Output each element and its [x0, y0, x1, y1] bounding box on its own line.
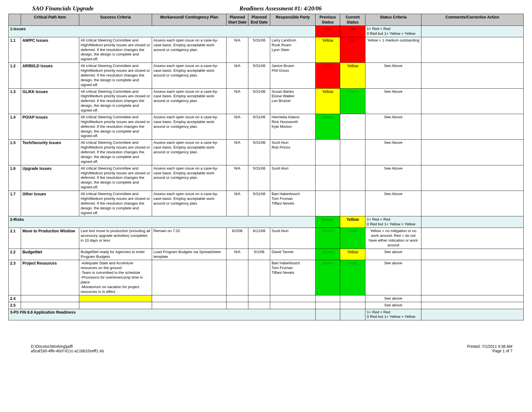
cell-resp	[270, 295, 316, 302]
cell-corrective	[421, 302, 524, 309]
cell-start: N/A	[227, 114, 248, 139]
cell-id: 2.5	[9, 302, 21, 309]
cell-resp: Janice Brown Phil Gross	[270, 63, 316, 88]
column-header-row: Critical Path Item Success Criteria Work…	[9, 14, 524, 26]
cell-start: N/A	[227, 63, 248, 88]
cell-resp: Sunil Aluri Rob Prinzo	[270, 140, 316, 165]
table-row: 1.4PO/AP IssuesAll critical Steering Com…	[9, 114, 524, 139]
section-corrective	[421, 216, 524, 228]
cell-resp	[270, 302, 316, 309]
col-start: Planned Start Date	[227, 14, 248, 26]
cell-prev-status: Green	[316, 260, 340, 295]
cell-item: BudgetNet	[21, 249, 79, 260]
cell-plan: Assess each open issue on a case-by-case…	[152, 88, 227, 114]
cell-start: N/A	[227, 249, 248, 260]
doc-title-left: SAO Financials Upgrade	[8, 5, 239, 12]
col-stat: Status Criteria	[365, 14, 421, 26]
cell-end: 5/31/06	[248, 165, 270, 191]
section-cur-status: Yellow	[340, 216, 365, 228]
cell-item: Tech/Security Issues	[21, 140, 79, 165]
page-footer: D:\Docstoc\Working\pdf\ a5caf1b0-4ffe-40…	[8, 344, 524, 353]
cell-resp: David Tanner	[270, 249, 316, 260]
cell-corrective	[421, 228, 524, 249]
cell-item: AR/BI/LD Issues	[21, 63, 79, 88]
cell-cur-status: Green	[340, 88, 365, 114]
cell-cur-status: Yellow	[340, 63, 365, 88]
cell-id: 1.6	[9, 165, 21, 191]
cell-cur-status	[340, 140, 365, 165]
cell-prev-status: Yellow	[316, 88, 340, 114]
cell-end: 5/31/06	[248, 191, 270, 216]
cell-id: 2.3	[9, 260, 21, 295]
cell-status-criteria: See Above	[365, 63, 421, 88]
footer-path: D:\Docstoc\Working\pdf\	[31, 344, 467, 349]
section-status-criteria: 1+ Red = Red 0 Red but 1+ Yellow = Yello…	[365, 309, 421, 320]
table-row: 1.7Other IssuesAll critical Steering Com…	[9, 191, 524, 216]
col-item: Critical Path Item	[21, 14, 79, 26]
page-header: SAO Financials Upgrade Readiness Assessm…	[8, 5, 524, 12]
cell-id: 1.1	[9, 37, 21, 63]
section-row: 1-IssuesRedRed1+ Red = Red 0 Red but 1+ …	[9, 26, 524, 37]
cell-plan: Assess each open issue on a case-by-case…	[152, 191, 227, 216]
cell-corrective	[421, 295, 524, 302]
cell-status-criteria: See above	[365, 260, 421, 295]
cell-start: 6/2/06	[227, 228, 248, 249]
cell-item: Project Resources	[21, 260, 79, 295]
cell-success: All critical Steering Committee and High…	[79, 63, 152, 88]
section-status-criteria: 1+ Red = Red 0 Red but 1+ Yellow = Yello…	[365, 216, 421, 228]
section-prev-status: Green	[316, 216, 340, 228]
cell-corrective	[421, 37, 524, 63]
cell-status-criteria: See above	[365, 249, 421, 260]
cell-item: Move to Production Window	[21, 228, 79, 249]
cell-corrective	[421, 140, 524, 165]
doc-title-right: Readiness Assessment #1: 4/20/06	[239, 5, 524, 12]
table-row: 1.5Tech/Security IssuesAll critical Stee…	[9, 140, 524, 165]
cell-status-criteria: Yellow = no mitigation or no work around…	[365, 228, 421, 249]
section-prev-status	[316, 309, 340, 320]
cell-resp: Bart Haberbosch Tom Fruman Tiffani Nevel…	[270, 260, 316, 295]
cell-prev-status: Green	[316, 114, 340, 139]
cell-plan: Assess each open issue on a case-by-case…	[152, 165, 227, 191]
col-id	[9, 14, 21, 26]
cell-plan	[152, 260, 227, 295]
footer-file: a5caf1b0-4ffe-40cf-911c-a11bb10ceff1.xls	[31, 349, 467, 353]
section-cur-status: Red	[340, 26, 365, 37]
table-row: 1.1AM/PC IssuesAll critical Steering Com…	[9, 37, 524, 63]
table-row: 2.4See above	[9, 295, 524, 302]
cell-start	[227, 302, 248, 309]
cell-status-criteria: See Above	[365, 114, 421, 139]
cell-prev-status	[316, 302, 340, 309]
cell-plan: Assess each open issue on a case-by-case…	[152, 140, 227, 165]
cell-plan: Assess each open issue on a case-by-case…	[152, 63, 227, 88]
cell-item: Upgrade Issues	[21, 165, 79, 191]
section-row: 3-PS FIN 8.8 Application Readiness1+ Red…	[9, 309, 524, 320]
cell-cur-status: Yellow	[340, 249, 365, 260]
section-label: 2-Risks	[9, 216, 316, 228]
section-status-criteria: 1+ Red = Red 0 Red but 1+ Yellow = Yello…	[365, 26, 421, 37]
cell-success: Last test move to production (including …	[79, 228, 152, 249]
section-row: 2-RisksGreenYellow1+ Red = Red 0 Red but…	[9, 216, 524, 228]
cell-start: N/A	[227, 88, 248, 114]
cell-end	[248, 302, 270, 309]
cell-cur-status: Green	[340, 260, 365, 295]
cell-success: All critical Steering Committee and High…	[79, 165, 152, 191]
cell-success: All critical Steering Committee and High…	[79, 37, 152, 63]
cell-resp: Sunil Aluri	[270, 228, 316, 249]
cell-end: 5/1/06	[248, 249, 270, 260]
cell-prev-status	[316, 191, 340, 216]
cell-id: 2.4	[9, 295, 21, 302]
cell-resp: Sunil Aluri	[270, 165, 316, 191]
cell-plan: Assess each open issue on a case-by-case…	[152, 37, 227, 63]
col-success: Success Criteria	[79, 14, 152, 26]
cell-item: AM/PC Issues	[21, 37, 79, 63]
cell-end: 5/31/06	[248, 114, 270, 139]
cell-status-criteria: See Above	[365, 191, 421, 216]
cell-end: 6/11/06	[248, 228, 270, 249]
cell-corrective	[421, 114, 524, 139]
cell-success: All critical Steering Committee and High…	[79, 88, 152, 114]
cell-corrective	[421, 63, 524, 88]
cell-start: N/A	[227, 191, 248, 216]
cell-corrective	[421, 165, 524, 191]
cell-prev-status: Yellow	[316, 37, 340, 63]
cell-resp: Susan Banks Eloise Walker Les Brotzel	[270, 88, 316, 114]
